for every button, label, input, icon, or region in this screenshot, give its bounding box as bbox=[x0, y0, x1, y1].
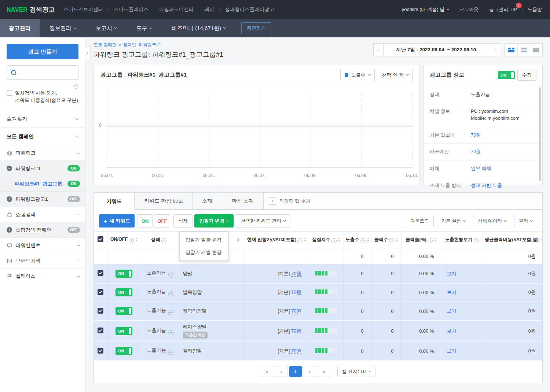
bid-change-button[interactable]: 입찰가 변경 bbox=[194, 214, 234, 228]
nav-item[interactable]: 도구 bbox=[126, 19, 162, 37]
bulk-on-button[interactable]: ON bbox=[137, 214, 153, 228]
account-menu[interactable]: yoonlim (내 계정) 님 bbox=[402, 6, 449, 13]
tree-item[interactable]: 파워컨텐츠− bbox=[0, 237, 85, 253]
status-dropdown-icon[interactable] bbox=[168, 310, 173, 315]
info-value-link[interactable]: 70원 bbox=[471, 148, 481, 155]
page-first-button[interactable]: « bbox=[261, 366, 273, 377]
row-checkbox[interactable] bbox=[98, 328, 103, 333]
info-value-link[interactable]: 일부 매체 bbox=[471, 165, 491, 172]
help-icon[interactable]: ? bbox=[540, 238, 542, 243]
info-value-link[interactable]: 70원 bbox=[471, 132, 481, 139]
metric-dropdown[interactable]: 노출수 bbox=[340, 69, 375, 81]
sort-icon[interactable] bbox=[135, 238, 138, 241]
scrollbar-thumb[interactable] bbox=[539, 87, 541, 181]
sidebar-item-all-campaigns[interactable]: 모든 캠페인 bbox=[0, 127, 85, 145]
manage-selected-button[interactable]: 선택한 키워드 관리 bbox=[236, 214, 290, 228]
sort-icon[interactable] bbox=[434, 238, 436, 241]
tree-item[interactable]: +파워링크광고1OFF bbox=[0, 191, 85, 207]
topbar-menu-item[interactable]: 쇼핑파트너센터 bbox=[159, 6, 194, 13]
row-on-toggle[interactable]: ON bbox=[115, 288, 132, 296]
match-search-checkbox[interactable] bbox=[7, 90, 12, 96]
collapse-icon[interactable]: − bbox=[77, 211, 80, 218]
bid-link[interactable]: 70원 bbox=[291, 328, 301, 334]
delete-button[interactable]: 삭제 bbox=[173, 214, 192, 228]
breadcrumb-current[interactable]: 캠페인: 파워링크#1 bbox=[123, 42, 161, 48]
bid-link[interactable]: 70원 bbox=[291, 289, 301, 295]
row-checkbox[interactable] bbox=[98, 289, 103, 295]
row-checkbox[interactable] bbox=[98, 348, 103, 354]
breadcrumb-root[interactable]: 모든 캠페인 bbox=[94, 42, 117, 48]
bid-link[interactable]: 70원 bbox=[291, 308, 301, 314]
nav-item[interactable]: 비즈머니 (14,671원) bbox=[162, 19, 235, 37]
detail-data-button[interactable]: 상세 데이터 bbox=[473, 215, 511, 227]
tree-item[interactable]: B브랜드검색− bbox=[0, 253, 85, 268]
status-dropdown-icon[interactable] bbox=[168, 291, 173, 296]
tab-item[interactable]: 확장 소재 bbox=[222, 192, 264, 210]
row-on-toggle[interactable]: ON bbox=[115, 307, 132, 315]
ad-tip-link[interactable]: 광고관리 TIP 1 bbox=[489, 6, 517, 13]
help-link[interactable]: 도움말 bbox=[528, 6, 542, 13]
help-icon[interactable]: ? bbox=[331, 238, 337, 243]
view-link[interactable]: 보기 bbox=[447, 348, 456, 354]
bid-link[interactable]: 70원 bbox=[291, 271, 301, 277]
view-link[interactable]: 보기 bbox=[447, 308, 456, 314]
page-number-button[interactable]: 1 bbox=[289, 366, 302, 377]
view-list-button[interactable] bbox=[517, 44, 530, 56]
tab-item[interactable]: 소재 bbox=[192, 192, 222, 210]
collapse-icon[interactable]: − bbox=[77, 273, 80, 279]
row-checkbox[interactable] bbox=[98, 308, 103, 314]
view-link[interactable]: 보기 bbox=[447, 271, 456, 276]
date-prev-button[interactable] bbox=[373, 43, 384, 56]
nav-item[interactable]: 광고관리 bbox=[0, 19, 40, 37]
help-icon[interactable]: ? bbox=[360, 238, 366, 243]
help-icon[interactable]: ? bbox=[129, 238, 134, 243]
sort-icon[interactable] bbox=[367, 238, 369, 241]
help-icon[interactable]: ? bbox=[428, 238, 433, 243]
tree-item[interactable]: 쇼핑검색− bbox=[0, 207, 85, 222]
status-dropdown-icon[interactable] bbox=[168, 330, 173, 335]
page-last-button[interactable]: » bbox=[318, 366, 330, 377]
topbar-menu-item[interactable]: 스마트플레이스 bbox=[114, 6, 148, 13]
sort-icon[interactable] bbox=[396, 238, 398, 241]
tab-item[interactable]: 키워드 확장 beta bbox=[134, 192, 192, 210]
status-dropdown-icon[interactable] bbox=[168, 350, 173, 355]
page-next-button[interactable]: › bbox=[304, 366, 316, 377]
collapse-icon[interactable]: − bbox=[77, 242, 80, 248]
sidebar-item-favorites[interactable]: 즐겨찾기 bbox=[0, 110, 85, 127]
create-ad-button[interactable]: 광고 만들기 bbox=[7, 44, 78, 59]
row-on-toggle[interactable]: ON bbox=[115, 270, 132, 278]
adgroup-on-toggle[interactable]: ON bbox=[498, 71, 515, 79]
help-icon[interactable]: ? bbox=[474, 238, 479, 243]
topbar-menu-item[interactable]: 성과형디스플레이광고 bbox=[225, 6, 274, 13]
download-button[interactable]: 다운로드 bbox=[406, 215, 434, 227]
sidebar-collapse-handle[interactable] bbox=[85, 46, 91, 59]
row-on-toggle[interactable]: ON bbox=[115, 327, 132, 335]
new-keyword-button[interactable]: +새 키워드 bbox=[99, 214, 135, 228]
brand[interactable]: NAVER 검색광고 bbox=[7, 5, 55, 14]
view-block-button[interactable] bbox=[530, 44, 542, 56]
filter-button[interactable]: 필터 bbox=[514, 215, 537, 227]
row-checkbox[interactable] bbox=[98, 270, 103, 276]
date-range-label[interactable]: 지난 7일 : 2022.06.04. ~ 2022.06.10. bbox=[384, 43, 490, 56]
sort-icon[interactable] bbox=[338, 238, 340, 241]
rows-per-page-select[interactable]: 행 표시: 10 bbox=[337, 366, 375, 377]
dropdown-menu-item[interactable]: 입찰가 일괄 변경 bbox=[180, 234, 228, 246]
compare-dropdown[interactable]: 선택 안 함 bbox=[378, 69, 413, 81]
bid-link[interactable]: 70원 bbox=[291, 348, 301, 354]
info-value-link[interactable]: 성과 기반 노출 bbox=[471, 182, 502, 189]
nav-item[interactable]: 정보관리 bbox=[40, 19, 86, 37]
edit-button[interactable]: 수정 bbox=[517, 70, 536, 81]
sort-icon[interactable] bbox=[304, 238, 306, 241]
tree-item[interactable]: 파워링크− bbox=[0, 145, 85, 160]
collapse-icon[interactable]: − bbox=[77, 150, 80, 156]
page-prev-button[interactable]: ‹ bbox=[275, 366, 287, 377]
tree-item[interactable]: 파워링크#1_광고그룹…ON bbox=[0, 176, 85, 191]
add-targeting-tab[interactable]: +타겟팅 탭 추가 bbox=[263, 192, 543, 210]
tab-active[interactable]: 키워드 bbox=[94, 192, 135, 210]
date-next-button[interactable] bbox=[490, 43, 500, 56]
tree-item[interactable]: −파워링크#1ON bbox=[0, 160, 85, 176]
dropdown-menu-item[interactable]: 입찰가 개별 변경 bbox=[180, 246, 228, 259]
help-icon[interactable]: ? bbox=[297, 238, 302, 243]
nav-item[interactable]: 보고서 bbox=[86, 19, 126, 37]
tree-item[interactable]: +쇼핑검색 캠페인OFF bbox=[0, 222, 85, 237]
